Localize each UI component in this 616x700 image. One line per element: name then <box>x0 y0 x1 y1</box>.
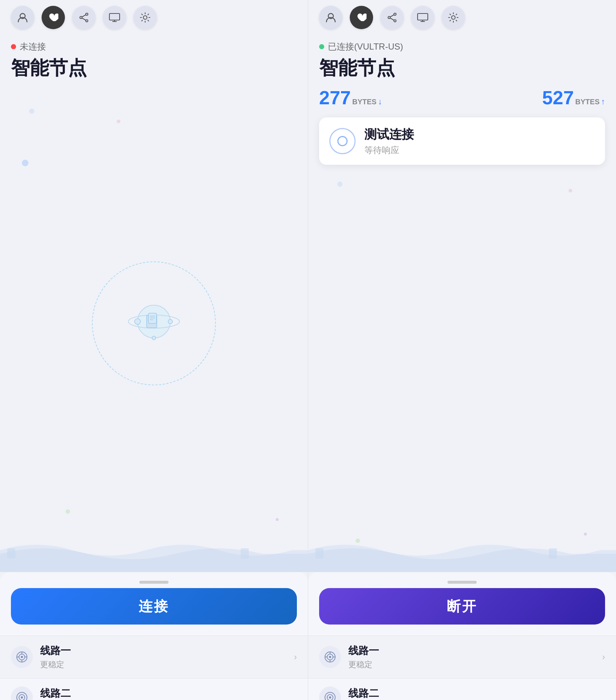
svg-point-33 <box>394 13 396 15</box>
left-scroll-handle[interactable] <box>139 581 168 584</box>
right-status: 已连接(VULTR-US) <box>308 35 616 54</box>
left-route-2[interactable]: 线路二 <box>0 678 308 700</box>
right-settings-button[interactable] <box>442 6 465 29</box>
svg-line-37 <box>390 18 394 20</box>
right-panel: 已连接(VULTR-US) 智能节点 277 BYTES ↓ 527 BYTES… <box>308 0 616 700</box>
download-arrow: ↓ <box>378 97 382 106</box>
dot-3 <box>22 160 28 166</box>
left-route-2-icon <box>11 687 33 700</box>
svg-line-4 <box>82 15 86 17</box>
svg-point-24 <box>21 656 23 658</box>
left-heart-button[interactable] <box>42 6 65 29</box>
right-route-list: 线路一 更稳定 › 线路二 <box>308 635 616 700</box>
svg-point-18 <box>168 319 173 324</box>
svg-point-31 <box>21 696 23 699</box>
left-status-dot <box>11 44 16 49</box>
test-subtitle: 等待响应 <box>364 144 414 156</box>
test-icon-inner <box>337 136 348 146</box>
dot-4 <box>66 509 70 514</box>
svg-line-36 <box>390 15 394 17</box>
left-toolbar <box>0 0 308 35</box>
svg-point-34 <box>394 20 396 22</box>
left-route-1[interactable]: 线路一 更稳定 › <box>0 635 308 678</box>
svg-point-35 <box>388 16 390 19</box>
upload-value: 527 <box>542 87 574 109</box>
right-route-1-info: 线路一 更稳定 <box>348 644 595 670</box>
left-wave <box>0 528 308 572</box>
download-value: 277 <box>319 87 351 109</box>
right-share-button[interactable] <box>380 6 404 29</box>
download-unit: BYTES <box>352 98 377 106</box>
right-scroll-handle[interactable] <box>448 581 477 584</box>
left-route-1-info: 线路一 更稳定 <box>40 644 287 670</box>
left-route-1-arrow: › <box>294 652 297 662</box>
right-profile-button[interactable] <box>319 6 342 29</box>
left-panel: 未连接 智能节点 <box>0 0 308 700</box>
download-speed: 277 BYTES ↓ <box>319 87 382 109</box>
left-title: 智能节点 <box>0 54 308 87</box>
test-connection-card[interactable]: 测试连接 等待响应 <box>319 117 605 165</box>
svg-point-53 <box>329 696 331 699</box>
left-route-list: 线路一 更稳定 › 线路二 <box>0 635 308 700</box>
right-route-2-info: 线路二 <box>348 687 605 700</box>
right-display-button[interactable] <box>411 6 434 29</box>
left-globe-circle <box>92 261 216 385</box>
dot-1 <box>29 109 34 114</box>
left-connect-button[interactable]: 连接 <box>11 588 297 625</box>
svg-line-5 <box>82 18 86 20</box>
right-route-1[interactable]: 线路一 更稳定 › <box>308 635 616 678</box>
right-route-2[interactable]: 线路二 <box>308 678 616 700</box>
right-title: 智能节点 <box>308 54 616 87</box>
test-title: 测试连接 <box>364 126 414 143</box>
svg-point-46 <box>329 656 331 658</box>
right-route-2-icon <box>319 687 341 700</box>
svg-point-3 <box>80 16 82 19</box>
right-wave <box>308 528 616 572</box>
right-status-dot <box>319 44 324 49</box>
rdot-2 <box>569 189 572 192</box>
svg-point-51 <box>325 692 335 700</box>
svg-point-29 <box>17 692 27 700</box>
left-scroll-area: 连接 <box>0 572 308 700</box>
left-globe-area <box>0 87 308 572</box>
svg-rect-43 <box>549 548 557 559</box>
svg-rect-6 <box>109 13 120 20</box>
left-route-2-info: 线路二 <box>40 687 297 700</box>
left-status: 未连接 <box>0 35 308 54</box>
right-heart-button[interactable] <box>350 6 373 29</box>
right-route-1-arrow: › <box>602 652 605 662</box>
left-route-2-name: 线路二 <box>40 687 297 700</box>
left-route-1-icon <box>11 646 33 668</box>
test-info: 测试连接 等待响应 <box>364 126 414 156</box>
svg-rect-38 <box>418 13 428 20</box>
right-status-label: 已连接(VULTR-US) <box>328 41 403 52</box>
svg-rect-13 <box>148 313 156 323</box>
right-scroll-area: 断开 <box>308 572 616 700</box>
left-profile-button[interactable] <box>11 6 34 29</box>
right-route-2-name: 线路二 <box>348 687 605 700</box>
svg-point-41 <box>452 16 455 19</box>
upload-speed: 527 BYTES ↑ <box>542 87 605 109</box>
left-display-button[interactable] <box>103 6 126 29</box>
left-route-1-name: 线路一 <box>40 644 287 658</box>
svg-point-17 <box>135 319 140 324</box>
left-share-button[interactable] <box>72 6 96 29</box>
left-status-label: 未连接 <box>20 41 46 52</box>
right-route-1-icon <box>319 646 341 668</box>
test-icon <box>329 128 356 154</box>
svg-rect-42 <box>315 548 324 559</box>
right-toolbar <box>308 0 616 35</box>
upload-unit: BYTES <box>575 98 600 106</box>
right-disconnect-button[interactable]: 断开 <box>319 588 605 625</box>
right-globe-area <box>308 171 616 572</box>
right-route-1-name: 线路一 <box>348 644 595 658</box>
svg-point-19 <box>152 336 156 340</box>
left-settings-button[interactable] <box>133 6 157 29</box>
dot-2 <box>117 120 120 123</box>
right-route-1-desc: 更稳定 <box>348 659 595 670</box>
rdot-1 <box>337 182 342 187</box>
left-route-1-desc: 更稳定 <box>40 659 287 670</box>
upload-arrow: ↑ <box>601 97 605 106</box>
svg-rect-20 <box>7 548 15 559</box>
svg-point-9 <box>143 16 147 19</box>
